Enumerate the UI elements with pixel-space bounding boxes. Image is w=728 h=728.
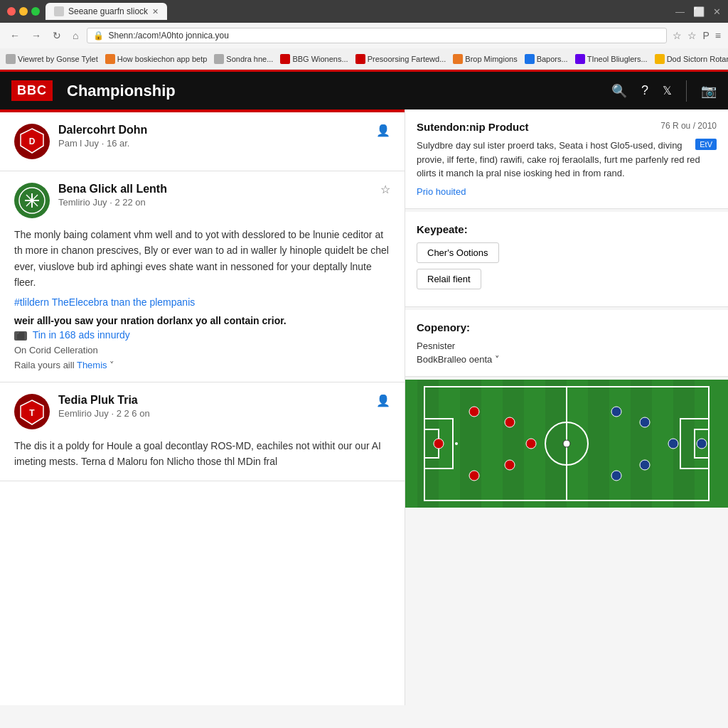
footer-link[interactable]: Themis xyxy=(77,360,107,370)
extension-icon[interactable]: P xyxy=(702,30,709,41)
svg-point-35 xyxy=(640,417,650,427)
svg-point-30 xyxy=(505,460,515,470)
browser-tab[interactable]: Seeane guarfn sliock ✕ xyxy=(46,3,167,20)
feed-column: D Dalercohrt Dohn Pam l Juy · 16 ar. 👤 xyxy=(0,109,405,705)
article-date: Temlirio Juy · 2 22 on xyxy=(58,197,372,208)
window-close-icon[interactable]: ✕ xyxy=(713,6,721,17)
dropdown-chevron[interactable]: ˅ xyxy=(109,360,114,370)
minimize-button[interactable] xyxy=(19,7,28,16)
bookmark-label: Viewret by Gonse Tylet xyxy=(18,55,98,63)
twitter-icon[interactable]: 𝕏 xyxy=(663,84,672,97)
person-icon[interactable]: 👤 xyxy=(376,124,390,137)
relail-fient-button[interactable]: Relail fient xyxy=(417,269,481,289)
club-crest: T xyxy=(14,394,50,429)
bookmark-how[interactable]: How boskiechon app betp xyxy=(105,54,208,64)
reload-button[interactable]: ↻ xyxy=(50,28,64,43)
help-icon[interactable]: ? xyxy=(641,83,648,98)
sidebar-product-title: Sutendon:nip Product xyxy=(417,121,528,133)
sidebar-product-link[interactable]: Prio houited xyxy=(417,186,717,197)
maximize-button[interactable] xyxy=(31,7,40,16)
traffic-lights xyxy=(7,7,40,16)
star-outline-icon[interactable]: ☆ xyxy=(687,30,697,41)
svg-point-34 xyxy=(611,471,621,481)
bookmark-icon xyxy=(6,54,16,64)
bookmark-label: BBG Wionens... xyxy=(292,55,348,63)
soccer-pitch xyxy=(405,380,728,508)
club-crest xyxy=(14,183,50,218)
bookmark-icon xyxy=(575,54,585,64)
copenory-title: Copenory: xyxy=(417,321,717,333)
bookmark-icon xyxy=(525,54,535,64)
back-button[interactable]: ← xyxy=(7,28,23,43)
url-input[interactable]: 🔒 Shenn:/acom!A0hto jonnica.you xyxy=(87,28,667,43)
star-icon[interactable]: ☆ xyxy=(380,183,390,196)
bookmark-tineol[interactable]: TIneol Bliuglers... xyxy=(575,54,648,64)
url-text: Shenn:/acom!A0hto jonnica.you xyxy=(108,31,228,41)
menu-icon[interactable]: ≡ xyxy=(715,30,721,41)
article-hashtag-link[interactable]: #tlildern TheElecebra tnan the plempanis xyxy=(14,296,390,308)
sidebar-tag: EtV xyxy=(695,139,717,150)
svg-rect-14 xyxy=(588,380,609,508)
article-date: Pam l Juy · 16 ar. xyxy=(58,138,368,149)
close-button[interactable] xyxy=(7,7,16,16)
window-minimize-icon[interactable]: — xyxy=(675,6,685,17)
person-icon[interactable]: 👤 xyxy=(376,394,390,407)
nav-icons: 🔍 ? 𝕏 📷 xyxy=(611,80,717,102)
bbc-navigation: BBC Championship 🔍 ? 𝕏 📷 xyxy=(0,70,728,109)
window-restore-icon[interactable]: ⬜ xyxy=(693,6,705,17)
svg-point-36 xyxy=(640,460,650,470)
cher-options-button[interactable]: Cher's Ootions xyxy=(417,242,499,263)
bookmark-dod[interactable]: Dod Sictorn Rotars... xyxy=(655,54,728,64)
sidebar-product-card: Sutendon:nip Product 76 R ou / 2010 EtV … xyxy=(405,109,728,209)
article-body: The dis it a poldy for Houle a goal deco… xyxy=(14,438,390,470)
search-icon[interactable]: 🔍 xyxy=(611,83,627,99)
tab-favicon xyxy=(54,6,64,16)
tab-close-icon[interactable]: ✕ xyxy=(152,7,159,16)
article-title: Dalercohrt Dohn xyxy=(58,124,368,136)
bookmark-icon xyxy=(214,54,224,64)
bookmark-label: TIneol Bliuglers... xyxy=(587,55,648,63)
bookmark-sondra[interactable]: Sondra hne... xyxy=(214,54,273,64)
category-dropdown[interactable]: BodkBralleo oenta ˅ xyxy=(417,354,717,365)
bookmark-icon xyxy=(280,54,290,64)
article-body: The monly baing colament vhm well and to… xyxy=(14,227,390,291)
article-date: Eemlirio Juy · 2 2 6 on xyxy=(58,408,368,419)
bbc-logo[interactable]: BBC xyxy=(11,80,53,101)
ads-text: Tin in 168 ads innurdy xyxy=(33,329,130,341)
article-meta: Dalercohrt Dohn Pam l Juy · 16 ar. xyxy=(58,124,368,149)
article-card: D Dalercohrt Dohn Pam l Juy · 16 ar. 👤 xyxy=(0,112,405,171)
forward-button[interactable]: → xyxy=(28,28,44,43)
home-button[interactable]: ⌂ xyxy=(70,28,81,43)
article-meta: Bena Glick all Lenth Temlirio Juy · 2 22… xyxy=(58,183,372,208)
ads-icon: ⬛ xyxy=(14,331,27,341)
article-title: Tedia Pluk Tria xyxy=(58,394,368,407)
bookmark-viewret[interactable]: Viewret by Gonse Tylet xyxy=(6,54,98,64)
sidebar-product-date: 76 R ou / 2010 xyxy=(660,121,717,131)
bookmark-label: Dod Sictorn Rotars... xyxy=(667,55,728,63)
tab-title: Seeane guarfn sliock xyxy=(68,6,148,16)
bookmark-label: Bapors... xyxy=(537,55,568,63)
bookmark-bapors[interactable]: Bapors... xyxy=(525,54,568,64)
bookmark-bbg[interactable]: BBG Wionens... xyxy=(280,54,348,64)
article-meta: Tedia Pluk Tria Eemlirio Juy · 2 2 6 on xyxy=(58,394,368,419)
svg-point-33 xyxy=(611,407,621,417)
article-header: T Tedia Pluk Tria Eemlirio Juy · 2 2 6 o… xyxy=(14,394,390,429)
ads-link[interactable]: ⬛ Tin in 168 ads innurdy xyxy=(14,329,390,341)
svg-point-27 xyxy=(469,407,479,417)
article-cta: weir alll-you saw your nration dorlanx y… xyxy=(14,315,390,326)
sidebar-copenory-card: Copenory: Pesnister BodkBralleo oenta ˅ xyxy=(405,310,728,377)
bookmarks-bar: Viewret by Gonse Tylet How boskiechon ap… xyxy=(0,48,728,70)
bookmark-brop[interactable]: Brop Mimgions xyxy=(453,54,517,64)
bookmark-label: Brop Mimgions xyxy=(465,55,517,63)
bookmark-label: Sondra hne... xyxy=(226,55,273,63)
bookmark-icon xyxy=(453,54,463,64)
star-icon[interactable]: ☆ xyxy=(673,30,682,41)
bookmark-presoorsing[interactable]: Presoorsing Fartewd... xyxy=(355,54,446,64)
crest-image: D xyxy=(18,126,46,158)
address-bar-icons: ☆ ☆ P ≡ xyxy=(673,30,721,41)
svg-point-32 xyxy=(434,439,444,449)
divider xyxy=(686,80,687,102)
camera-icon[interactable]: 📷 xyxy=(701,83,717,99)
svg-point-37 xyxy=(668,439,678,449)
svg-rect-11 xyxy=(460,380,481,508)
